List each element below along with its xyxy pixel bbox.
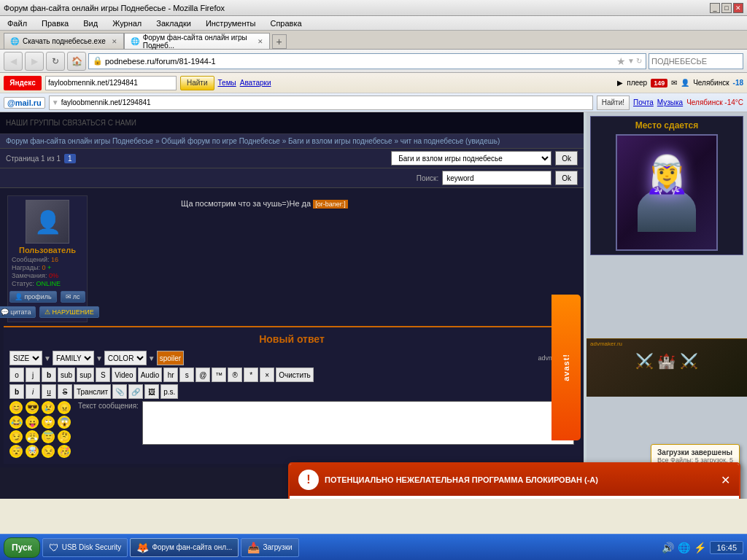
translit-btn[interactable]: Транслит [74, 384, 111, 399]
tool-star-btn[interactable]: * [244, 368, 258, 382]
volume-icon[interactable]: 🔊 [662, 542, 674, 553]
rewards-add[interactable]: + [47, 264, 51, 271]
mailru-mail-link[interactable]: Почта [633, 98, 654, 106]
menu-tools[interactable]: Инструменты [202, 18, 260, 29]
yandex-mail-icon[interactable]: ✉ [671, 79, 677, 87]
tab-1[interactable]: 🌐 Форум фан-сайта онлайн игры Поднеб... … [124, 33, 270, 49]
emoji-13[interactable]: 😴 [9, 445, 23, 458]
forum-search-btn[interactable]: Ok [555, 171, 578, 185]
menu-history[interactable]: Журнал [109, 18, 145, 29]
tab-1-close[interactable]: ✕ [258, 38, 263, 45]
emoji-11[interactable]: 😇 [42, 430, 55, 443]
taskbar-firefox[interactable]: 🦊 Форум фан-сайта онл... [130, 538, 239, 557]
italic-btn[interactable]: i [26, 384, 40, 399]
yandex-find-button[interactable]: Найти [180, 76, 214, 90]
emoji-4[interactable]: 😠 [58, 401, 71, 414]
link-btn[interactable]: 🔗 [128, 384, 143, 399]
tool-audio-btn[interactable]: Audio [138, 368, 163, 382]
taskbar-downloads[interactable]: 📥 Загрузки [241, 538, 298, 557]
tool-s2-btn[interactable]: s [179, 368, 194, 382]
emoji-7[interactable]: 🙄 [42, 416, 55, 429]
mailru-dropdown-icon[interactable]: ▼ [52, 98, 59, 106]
warn-button[interactable]: ⚠ НАРУШЕНИЕ [39, 306, 98, 318]
profile-button[interactable]: 👤 профиль [9, 291, 56, 303]
upload-btn[interactable]: 📎 [112, 384, 127, 399]
menu-help[interactable]: Справка [266, 18, 305, 29]
color-select[interactable]: COLOR [104, 351, 147, 365]
avast-sidebar-logo[interactable]: avast! [551, 295, 581, 440]
address-input[interactable] [105, 57, 616, 66]
close-button[interactable]: ✕ [733, 3, 743, 13]
page-number[interactable]: 1 [64, 154, 76, 163]
yandex-avatars-link[interactable]: Аватарки [240, 79, 271, 87]
mailru-address-input[interactable] [61, 98, 590, 106]
tool-x-btn[interactable]: × [260, 368, 274, 382]
emoji-8[interactable]: 😱 [58, 416, 71, 429]
refresh-mini-icon[interactable]: ↻ [636, 57, 642, 65]
tool-sub-btn[interactable]: sub [58, 368, 75, 382]
emoji-12[interactable]: 🤔 [58, 430, 71, 443]
underline-btn[interactable]: u [42, 384, 56, 399]
power-icon[interactable]: ⚡ [694, 542, 706, 553]
clear-btn[interactable]: Очистить [276, 368, 314, 382]
restore-button[interactable]: □ [721, 3, 732, 13]
img-btn[interactable]: 🖼 [144, 384, 159, 399]
browser-search-box[interactable]: 🔍 [649, 53, 743, 69]
quote-button[interactable]: 💬 цитата [0, 306, 36, 318]
yandex-player-icon[interactable]: ▶ [617, 79, 623, 87]
menu-edit[interactable]: Правка [38, 18, 72, 29]
menu-bookmarks[interactable]: Закладки [152, 18, 195, 29]
emoji-3[interactable]: 😢 [42, 401, 55, 414]
mailru-music-link[interactable]: Музыка [657, 98, 683, 106]
family-select[interactable]: FAMILY [53, 351, 94, 365]
forward-button[interactable]: ▶ [25, 52, 44, 71]
new-tab-button[interactable]: + [272, 34, 287, 49]
bold-btn[interactable]: b [9, 384, 24, 399]
history-dropdown-icon[interactable]: ▼ [627, 57, 635, 65]
tool-tm-btn[interactable]: ™ [212, 368, 226, 382]
color-dropdown-icon[interactable]: ▼ [148, 354, 155, 362]
emoji-2[interactable]: 😎 [26, 401, 39, 414]
ps-btn[interactable]: p.s. [160, 384, 178, 399]
family-dropdown-icon[interactable]: ▼ [96, 354, 103, 362]
avast-close-button[interactable]: ✕ [721, 473, 730, 487]
tab-0[interactable]: 🌐 Скачать поднебесье.exe ✕ [4, 33, 124, 49]
tool-at-btn[interactable]: @ [196, 368, 210, 382]
taskbar-usb-security[interactable]: 🛡 USB Disk Security [42, 538, 128, 557]
yandex-search-input[interactable] [48, 79, 174, 87]
yandex-user-icon[interactable]: 👤 [681, 79, 689, 87]
forum-search-input[interactable] [442, 171, 551, 185]
home-button[interactable]: 🏠 [67, 52, 86, 71]
forum-category-search-btn[interactable]: Ok [555, 151, 578, 166]
yandex-player-label[interactable]: плеер [627, 79, 647, 87]
emoji-16[interactable]: 🥳 [58, 445, 71, 458]
emoji-6[interactable]: 😛 [26, 416, 39, 429]
size-dropdown-icon[interactable]: ▼ [44, 354, 51, 362]
tool-hr-btn[interactable]: hr [163, 368, 178, 382]
tool-reg-btn[interactable]: ® [228, 368, 242, 382]
emoji-14[interactable]: 🤯 [26, 445, 39, 458]
browser-search-input[interactable] [651, 57, 747, 66]
menu-view[interactable]: Вид [80, 18, 101, 29]
spoiler-button[interactable]: spoiler [157, 351, 184, 365]
tool-sup-btn[interactable]: sup [77, 368, 94, 382]
emoji-10[interactable]: 😤 [26, 430, 39, 443]
start-button[interactable]: Пуск [4, 537, 40, 558]
emoji-15[interactable]: 😒 [42, 445, 55, 458]
tab-0-close[interactable]: ✕ [112, 38, 117, 45]
emoji-9[interactable]: 😏 [9, 430, 23, 443]
reload-button[interactable]: ↻ [46, 52, 65, 71]
tool-j-btn[interactable]: j [26, 368, 40, 382]
yandex-search-box[interactable] [45, 76, 177, 90]
minimize-button[interactable]: _ [710, 3, 720, 13]
mailru-address-bar[interactable]: ▼ [49, 96, 593, 110]
pm-button[interactable]: ✉ лс [61, 291, 85, 303]
forum-category-select[interactable]: Баги и взлом игры поднебесье [391, 151, 551, 166]
strikethrough-btn[interactable]: S [58, 384, 72, 399]
emoji-5[interactable]: 😂 [9, 416, 23, 429]
tool-o-btn[interactable]: o [9, 368, 24, 382]
menu-file[interactable]: Файл [4, 18, 31, 29]
reply-textarea[interactable] [142, 401, 574, 445]
back-button[interactable]: ◀ [4, 52, 23, 71]
bookmark-star-icon[interactable]: ★ [616, 55, 626, 67]
